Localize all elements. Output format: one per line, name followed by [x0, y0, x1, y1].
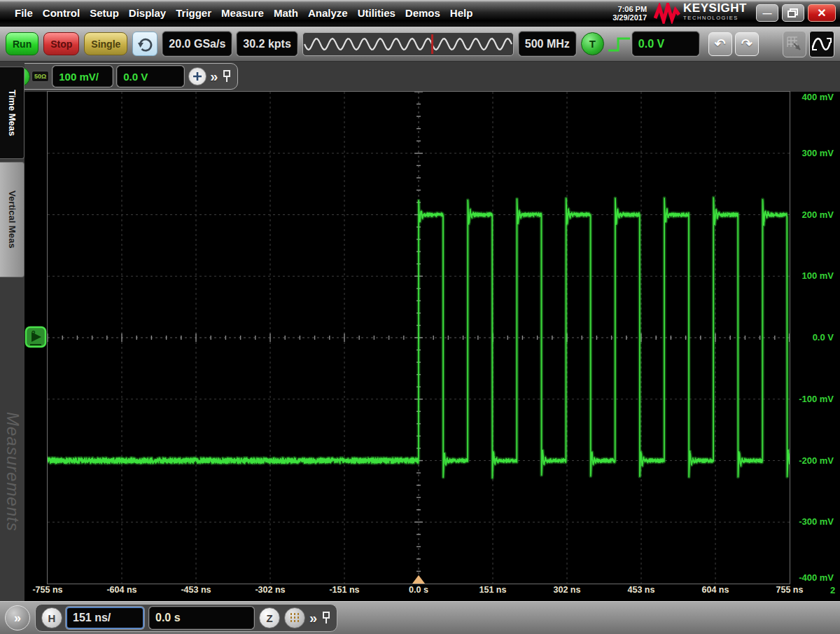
tab-time-meas[interactable]: Time Meas: [0, 67, 24, 159]
trigger-edge-icon[interactable]: [607, 34, 632, 55]
x-axis-label: 755 ns: [776, 585, 804, 595]
y-axis-label: 100 mV: [802, 270, 834, 281]
keysight-logo: KEYSIGHT TECHNOLOGIES: [654, 3, 747, 24]
menu-demos[interactable]: Demos: [400, 4, 445, 22]
undo-button[interactable]: ↶: [708, 32, 732, 56]
clock: 7:06 PM 3/29/2017: [612, 5, 647, 22]
y-axis-label: -300 mV: [799, 516, 834, 527]
menu-utilities[interactable]: Utilities: [353, 4, 400, 22]
zoom-region-button[interactable]: [783, 31, 806, 57]
sample-rate-display[interactable]: 20.0 GSa/s: [162, 32, 232, 56]
trigger-badge[interactable]: T: [581, 32, 604, 55]
horizontal-badge[interactable]: H: [41, 607, 62, 628]
menu-setup[interactable]: Setup: [85, 4, 124, 22]
menu-measure[interactable]: Measure: [216, 4, 269, 22]
left-sidebar: Time Meas Vertical Meas Measurements: [0, 62, 24, 601]
footer-expander-button[interactable]: »: [5, 605, 30, 630]
acquisition-preview-strip[interactable]: [302, 32, 514, 56]
pin-icon[interactable]: [222, 69, 232, 83]
waveform-plot[interactable]: [48, 92, 790, 584]
clock-time: 7:06 PM: [612, 5, 647, 13]
timebase-display[interactable]: 151 ns/: [66, 607, 144, 629]
add-channel-button[interactable]: [188, 67, 206, 85]
zoom-region-icon: [785, 35, 804, 53]
close-button[interactable]: ✕: [808, 4, 836, 22]
x-axis-label: 302 ns: [554, 585, 581, 595]
horizontal-bar: » H 151 ns/ 0.0 s Z »: [0, 601, 840, 634]
memory-depth-display[interactable]: 30.2 kpts: [237, 32, 297, 56]
y-axis-label: 200 mV: [802, 209, 834, 220]
x-axis-label: -453 ns: [181, 585, 211, 595]
trigger-level-display[interactable]: 0.0 V: [632, 32, 699, 56]
menu-analyze[interactable]: Analyze: [303, 4, 353, 22]
menu-bar: FileControlSetupDisplayTriggerMeasureMat…: [0, 0, 840, 27]
minimize-button[interactable]: —: [756, 4, 778, 22]
menu-items: FileControlSetupDisplayTriggerMeasureMat…: [10, 4, 477, 22]
x-axis-label: -604 ns: [106, 585, 136, 595]
delay-display[interactable]: 0.0 s: [149, 607, 254, 629]
x-axis-label: -755 ns: [32, 585, 62, 595]
redo-icon: ↷: [741, 36, 752, 52]
menu-file[interactable]: File: [10, 4, 38, 22]
main-area: 2 50Ω 100 mV/ 0.0 V » Time Meas Vertical…: [0, 62, 840, 601]
refresh-icon: [136, 36, 153, 53]
restore-icon: [788, 8, 799, 18]
x-axis-label: 604 ns: [702, 585, 729, 595]
menu-math[interactable]: Math: [269, 4, 303, 22]
minimize-icon: —: [763, 8, 772, 18]
clear-display-button[interactable]: [132, 32, 158, 56]
bandwidth-display[interactable]: 500 MHz: [519, 32, 576, 56]
waveform-graticule[interactable]: [48, 92, 790, 584]
close-icon: ✕: [817, 6, 826, 20]
ground-marker-icon: 2: [24, 326, 48, 350]
y-axis-label: 400 mV: [802, 92, 834, 102]
pin-icon[interactable]: [321, 611, 331, 625]
touch-waveform-icon: [811, 34, 832, 54]
menu-display[interactable]: Display: [124, 4, 171, 22]
y-axis-label: -200 mV: [799, 455, 834, 466]
restore-button[interactable]: [782, 4, 804, 22]
channel2-ground-marker[interactable]: 2: [24, 326, 48, 352]
touch-mode-button[interactable]: [809, 31, 834, 57]
run-button[interactable]: Run: [6, 32, 38, 55]
zoom-z-icon: Z: [266, 612, 272, 624]
measurements-watermark: Measurements: [1, 412, 24, 580]
dashed-lines-icon: [288, 612, 301, 624]
expand-channel-chevrons[interactable]: »: [210, 69, 218, 85]
menu-control[interactable]: Control: [38, 4, 85, 22]
brand-subtitle: TECHNOLOGIES: [683, 13, 747, 23]
y-axis-labels: 400 mV300 mV200 mV100 mV0.0 V-100 mV-200…: [792, 92, 836, 584]
svg-text:2: 2: [31, 330, 36, 338]
tab-vertical-meas[interactable]: Vertical Meas: [0, 162, 24, 277]
horizontal-controls: H 151 ns/ 0.0 s Z »: [35, 604, 337, 632]
menu-help[interactable]: Help: [445, 4, 478, 22]
expand-horizontal-chevrons[interactable]: »: [309, 610, 317, 626]
x-axis-label: -302 ns: [255, 585, 285, 595]
single-button[interactable]: Single: [84, 32, 127, 55]
menu-trigger[interactable]: Trigger: [171, 4, 216, 22]
clock-date: 3/29/2017: [612, 13, 647, 22]
y-axis-label: 300 mV: [802, 148, 834, 158]
undo-icon: ↶: [715, 36, 726, 52]
impedance-label: 50Ω: [31, 71, 49, 82]
brand-name: KEYSIGHT: [683, 4, 747, 13]
zoom-z-button[interactable]: Z: [259, 607, 280, 628]
footer-expander-icon: »: [14, 611, 21, 626]
x-axis-label: 453 ns: [628, 585, 655, 595]
right-channel-indicator: 2: [830, 585, 835, 595]
oscilloscope-app: FileControlSetupDisplayTriggerMeasureMat…: [0, 0, 840, 634]
channel2-scale-display[interactable]: 100 mV/: [52, 66, 113, 87]
x-axis-label: 0.0 s: [409, 585, 428, 595]
x-axis-label: 151 ns: [479, 585, 507, 595]
keysight-zigzag-icon: [654, 3, 680, 24]
stop-button[interactable]: Stop: [43, 32, 79, 55]
plus-icon: [192, 71, 202, 81]
segmented-view-button[interactable]: [284, 607, 305, 628]
channel2-controls: 2 50Ω 100 mV/ 0.0 V »: [4, 63, 238, 90]
y-axis-label: -400 mV: [799, 572, 834, 583]
x-axis-label: -151 ns: [329, 585, 359, 595]
preview-waveform-icon: [303, 33, 513, 55]
channel2-offset-display[interactable]: 0.0 V: [117, 66, 184, 87]
redo-button[interactable]: ↷: [735, 32, 759, 56]
y-axis-label: -100 mV: [799, 394, 834, 404]
